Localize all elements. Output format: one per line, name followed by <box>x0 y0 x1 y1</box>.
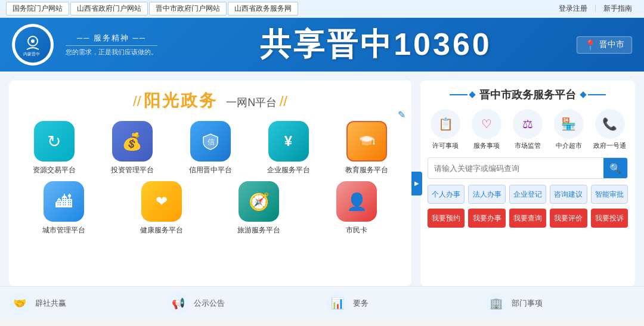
nav-link-jinzhong[interactable]: 晋中市政府门户网站 <box>149 2 227 15</box>
nav-link-shanxi[interactable]: 山西省政府门户网站 <box>70 2 148 15</box>
scroll-tab[interactable]: ▶ <box>411 172 422 195</box>
platform-grid-row2: 🏙 城市管理平台 ❤ 健康服务平台 🧭 旅游服务平台 👤 市民卡 <box>18 181 402 235</box>
header-slogan: ── 服务精神 ── 您的需求，正是我们应该做的。 <box>66 33 157 57</box>
platform-item-credit[interactable]: 信 信用晋中平台 <box>174 121 246 175</box>
btn-consultation[interactable]: 咨询建议 <box>550 185 587 204</box>
service-icon: ♡ <box>472 109 501 139</box>
top-nav-right: 登录注册 | 新手指南 <box>559 4 644 14</box>
city-icon: 🏙 <box>44 181 84 222</box>
search-input[interactable] <box>428 164 603 173</box>
bottom-item-announcement[interactable]: 📢 公示公告 <box>168 293 317 314</box>
sunshine-headline2: 一网N平台 <box>226 97 277 108</box>
content-area: // 阳光政务 一网N平台 // ✎ ↻ 资源交易平台 💰 投资管理平台 信 <box>0 72 644 286</box>
service-label: 服务事项 <box>473 141 500 150</box>
service-item-hotline[interactable]: 📞 政府一号通 <box>592 109 628 150</box>
sunshine-headline1: 阳光政务 <box>144 91 218 110</box>
platform-item-resource[interactable]: ↻ 资源交易平台 <box>18 121 90 175</box>
resource-icon: ↻ <box>34 121 75 162</box>
login-register-link[interactable]: 登录注册 <box>559 4 587 14</box>
bottom-item-departments[interactable]: 🏢 部门事项 <box>485 293 635 314</box>
top-nav-links: 国务院门户网站 山西省政府门户网站 晋中市政府门户网站 山西省政务服务网 <box>0 2 298 15</box>
platform-item-education[interactable]: 教育服务平台 <box>330 121 402 175</box>
citizen-card-icon: 👤 <box>336 181 377 222</box>
resource-label: 资源交易平台 <box>33 165 76 175</box>
nav-link-zhengwu[interactable]: 山西省政务服务网 <box>228 2 298 15</box>
service-item-service[interactable]: ♡ 服务事项 <box>469 109 505 150</box>
affairs-icon: 📊 <box>327 293 348 314</box>
location-pin-icon: 📍 <box>584 39 596 51</box>
platform-item-enterprise[interactable]: ¥ 企业服务平台 <box>252 121 324 175</box>
edit-icon[interactable]: ✎ <box>398 109 405 120</box>
btn-reserve[interactable]: 我要预约 <box>428 209 465 228</box>
departments-icon: 🏢 <box>485 293 507 314</box>
logo-inner: 内蒙晋中 10360 <box>15 27 51 63</box>
site-logo: 内蒙晋中 10360 <box>12 24 54 66</box>
graduation-cap-icon <box>357 131 377 151</box>
btn-complaint[interactable]: 我要投诉 <box>591 209 628 228</box>
platform-item-investment[interactable]: 💰 投资管理平台 <box>96 121 168 175</box>
tourism-icon: 🧭 <box>239 181 279 222</box>
quote-left: // <box>133 93 141 109</box>
intermediary-label: 中介超市 <box>556 141 582 150</box>
site-title: 共享晋中10360 <box>175 24 577 66</box>
search-bar: 🔍 <box>428 157 628 179</box>
health-label: 健康服务平台 <box>140 225 183 235</box>
slogan-line2: 您的需求，正是我们应该做的。 <box>66 48 157 57</box>
newbie-guide-link[interactable]: 新手指南 <box>603 4 632 14</box>
education-label: 教育服务平台 <box>345 165 388 175</box>
announcement-label: 公示公告 <box>194 298 225 309</box>
community-icon: 🤝 <box>9 293 30 314</box>
btn-enterprise-reg[interactable]: 企业登记 <box>509 185 546 204</box>
title-deco-left <box>450 92 475 97</box>
enterprise-label: 企业服务平台 <box>267 165 310 175</box>
deco-diamond-left <box>469 91 475 98</box>
btn-legal[interactable]: 法人办事 <box>468 185 505 204</box>
service-item-intermediary[interactable]: 🏪 中介超市 <box>550 109 587 150</box>
bottom-item-affairs[interactable]: 📊 要务 <box>327 293 476 314</box>
sunshine-title: // 阳光政务 一网N平台 // <box>18 89 402 112</box>
divider: | <box>595 4 596 14</box>
education-icon <box>346 121 387 162</box>
credit-label: 信用晋中平台 <box>189 165 232 175</box>
svg-point-1 <box>31 39 35 43</box>
btn-evaluate[interactable]: 我要评价 <box>550 209 587 228</box>
btn-query[interactable]: 我要查询 <box>509 209 546 228</box>
left-panel: // 阳光政务 一网N平台 // ✎ ↻ 资源交易平台 💰 投资管理平台 信 <box>9 80 411 286</box>
health-icon: ❤ <box>141 181 182 222</box>
quote-right: // <box>280 93 287 109</box>
service-icons-grid: 📋 许可事项 ♡ 服务事项 ⚖ 市场监管 🏪 中介超市 📞 政府一号通 <box>428 109 628 150</box>
service-item-market[interactable]: ⚖ 市场监管 <box>510 109 546 150</box>
announcement-icon: 📢 <box>168 293 189 314</box>
deco-line-right <box>588 94 606 95</box>
intermediary-icon: 🏪 <box>554 109 584 139</box>
bottom-item-community[interactable]: 🤝 辟社共赢 <box>9 293 159 314</box>
bottom-section: 🤝 辟社共赢 📢 公示公告 📊 要务 🏢 部门事项 <box>0 286 644 320</box>
platform-item-tourism[interactable]: 🧭 旅游服务平台 <box>213 181 305 235</box>
service-item-permit[interactable]: 📋 许可事项 <box>428 109 464 150</box>
top-navigation: 国务院门户网站 山西省政府门户网站 晋中市政府门户网站 山西省政务服务网 登录注… <box>0 0 644 18</box>
slogan-line1: ── 服务精神 ── <box>66 33 157 46</box>
deco-line-left <box>450 94 467 95</box>
platform-item-city[interactable]: 🏙 城市管理平台 <box>18 181 110 235</box>
platform-item-citizen-card[interactable]: 👤 市民卡 <box>311 181 402 235</box>
location-text: 晋中市 <box>599 39 624 50</box>
svg-text:内蒙晋中: 内蒙晋中 <box>23 52 40 56</box>
btn-personal[interactable]: 个人办事 <box>428 185 465 204</box>
departments-label: 部门事项 <box>512 298 543 309</box>
right-panel-title: 晋中市政务服务平台 <box>428 88 628 102</box>
city-label: 城市管理平台 <box>42 225 85 235</box>
nav-link-guowuyuan[interactable]: 国务院门户网站 <box>6 2 69 15</box>
right-panel-title-text: 晋中市政务服务平台 <box>479 88 576 102</box>
btn-smart-approval[interactable]: 智能审批 <box>591 185 628 204</box>
citizen-card-label: 市民卡 <box>346 225 367 235</box>
search-button[interactable]: 🔍 <box>603 157 627 179</box>
btn-do-business[interactable]: 我要办事 <box>468 209 505 228</box>
market-icon: ⚖ <box>513 109 543 139</box>
credit-icon: 信 <box>190 121 231 162</box>
platform-item-health[interactable]: ❤ 健康服务平台 <box>116 181 208 235</box>
tourism-label: 旅游服务平台 <box>237 225 280 235</box>
enterprise-icon: ¥ <box>268 121 309 162</box>
hotline-icon: 📞 <box>595 109 625 139</box>
location-selector[interactable]: 📍 晋中市 <box>577 36 632 54</box>
deco-diamond-right <box>580 91 586 98</box>
